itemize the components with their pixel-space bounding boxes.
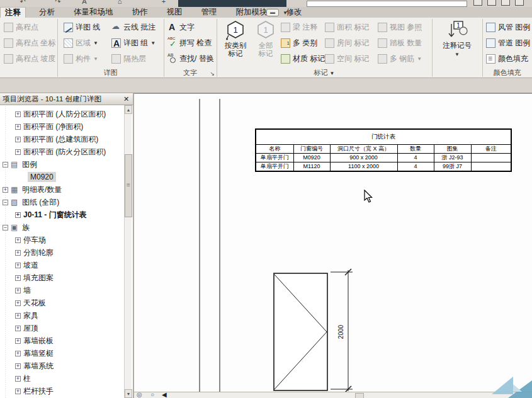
spot-elevation-button[interactable]: 高程点 [4,20,38,34]
collapse-icon[interactable]: − [3,200,8,205]
expand-icon[interactable]: + [15,111,21,117]
multi-category-button[interactable]: 多 类别 [281,36,317,50]
schedule-data-row[interactable]: 单扇平开门M0920900 x 20004浙 J2-93 [256,153,511,162]
tab-6[interactable]: 附加模块 [232,7,272,18]
revision-cloud-button[interactable]: 云线 批注 [111,20,156,34]
expand-icon[interactable]: + [15,149,21,155]
beam-annotation-button[interactable]: 梁 注释 [281,20,317,34]
tree-item[interactable]: +面积平面 (人防分区面积) [0,108,125,120]
text-icon[interactable]: A [79,0,89,6]
infocenter-search-input[interactable] [307,1,467,7]
steering-wheel-icon[interactable]: ◎ [137,391,142,398]
spelling-button[interactable]: 拼写 检查 [167,36,212,50]
expand-icon[interactable]: + [15,351,21,356]
tree-item[interactable]: +墙 [0,284,125,297]
expand-icon[interactable]: + [15,288,21,293]
tree-item[interactable]: +屋顶 [0,322,125,334]
tree-item[interactable]: +幕墙竖梃 [0,347,125,360]
tab-2[interactable]: 体量和场地 [69,7,118,18]
expand-icon[interactable]: + [15,363,21,369]
tree-item[interactable]: +面积平面 (总建筑面积) [0,133,125,145]
panel-launcher-icon[interactable]: ↘ [210,71,215,77]
close-icon[interactable]: ✕ [122,94,131,104]
component-button[interactable]: 构件▼ [64,52,98,65]
zoom-icon[interactable]: ○ [150,391,154,398]
favorites-icon[interactable] [501,0,510,6]
dimension-text[interactable]: 2000 [337,324,344,339]
expand-icon[interactable]: + [15,124,21,130]
expand-icon[interactable]: + [15,338,21,344]
tree-item[interactable]: +面积平面 (净面积) [0,120,125,133]
schedule-data-row[interactable]: 单扇平开门M11201100 x 2000499浙 J7 [256,162,511,171]
duct-legend-button[interactable]: 风管 图例 [486,20,530,34]
tree-item[interactable]: +幕墙嵌板 [0,334,125,347]
tree-scrollbar[interactable]: ▲ ▼ [124,105,132,398]
tree-item[interactable]: +幕墙系统 [0,360,125,372]
multi-rebar-button[interactable]: 多 钢筋▼ [378,52,422,65]
tree-item[interactable]: +面积平面 (防火分区面积) [0,145,125,158]
tree-item[interactable]: +栏杆扶手 [0,385,125,397]
tree-item[interactable]: +家具 [0,309,125,322]
expand-icon[interactable]: + [15,326,21,331]
material-tag-button[interactable]: 材质 标记 [281,52,325,65]
room-tag-button[interactable]: 房间 标记 [325,36,369,50]
exchange-icon[interactable] [473,0,482,6]
expand-icon[interactable]: + [15,137,21,142]
expand-icon[interactable]: + [15,313,21,319]
area-tag-button[interactable]: 面积 标记 [325,20,369,34]
collapse-icon[interactable]: − [3,225,8,230]
tread-number-button[interactable]: 踏板 数量 [378,36,422,50]
tree-item[interactable]: +停车场 [0,234,125,246]
view-reference-button[interactable]: 视图 参照 [378,20,422,34]
door-schedule-table[interactable]: 门统计表 名称门窗编号洞口尺寸（宽 X 高）数量图集备注单扇平开门M092090… [255,128,512,172]
insulation-button[interactable]: 隔热层 [111,52,146,65]
keynote-button[interactable]: 1 注释记号 ▼ [439,19,475,82]
scroll-left-icon[interactable]: ◀ [162,391,167,398]
3d-view-icon[interactable]: ⌂ [115,0,125,6]
signin-icon[interactable] [487,0,496,6]
tree-item[interactable]: −▤图例 [0,158,125,171]
region-button[interactable]: 区域▼ [64,36,98,50]
expand-icon[interactable]: + [15,263,21,268]
redo-icon[interactable]: ↷ [53,0,63,6]
drawing-area[interactable]: 2000 门统计表 名称门窗编号洞口尺寸（宽 X 高）数量图集备注单扇平开门M0… [134,93,532,398]
help-icon[interactable] [515,0,524,6]
tree-item[interactable]: M0920 [0,171,125,183]
ribbon-collapse-button[interactable]: ▬ [266,9,279,16]
tree-item[interactable]: +J0-11 - 门窗统计表 [0,208,125,221]
expand-icon[interactable]: + [15,250,21,256]
text-button[interactable]: 文字 [167,20,195,34]
tree-item[interactable]: +▦明细表/数量 [0,183,125,196]
scroll-up-icon[interactable]: ▲ [125,105,132,114]
spot-coordinate-button[interactable]: 高程点 坐标 [4,36,55,50]
scrollbar-thumb[interactable] [355,393,364,398]
tab-1[interactable]: 分析 [35,7,59,18]
expand-icon[interactable]: + [3,187,8,193]
tree-item[interactable]: +天花板 [0,297,125,309]
expand-icon[interactable]: + [15,237,21,243]
tab-4[interactable]: 视图 [162,7,187,18]
expand-icon[interactable]: + [15,376,21,382]
scrollbar-thumb[interactable] [125,154,132,217]
expand-icon[interactable]: + [15,389,21,394]
keynote-dropdown-icon[interactable]: ▼ [439,52,475,57]
tree-item[interactable]: −▣族 [0,221,125,234]
spot-slope-button[interactable]: 高程点 坡度 [4,52,55,65]
tab-5[interactable]: 管理 [197,7,222,18]
tree-item[interactable]: +柱 [0,372,125,385]
tree-item[interactable]: +填充图案 [0,271,125,284]
project-browser-title[interactable]: 项目浏览器 - 10-11 创建门详图 [0,93,133,105]
find-replace-button[interactable]: 查找/ 替换 [167,52,214,65]
tab-0[interactable]: 注释 [0,7,26,18]
undo-icon[interactable]: ↶ [18,0,28,6]
collapse-icon[interactable]: − [3,162,8,168]
door-panel-outline[interactable] [274,273,327,390]
tree-item[interactable]: −▧图纸 (全部) [0,196,125,208]
detail-group-button[interactable]: 详图 组▼ [111,36,156,50]
color-fill-legend-button[interactable]: 颜色填充 [486,52,528,65]
section-icon[interactable]: + [159,0,169,6]
panel-tag-dropdown-icon[interactable]: ▼ [330,71,335,76]
tree-item[interactable]: +分割轮廓 [0,246,125,259]
scroll-down-icon[interactable]: ▼ [125,389,132,398]
chevron-down-icon[interactable]: ▼ [283,10,288,16]
